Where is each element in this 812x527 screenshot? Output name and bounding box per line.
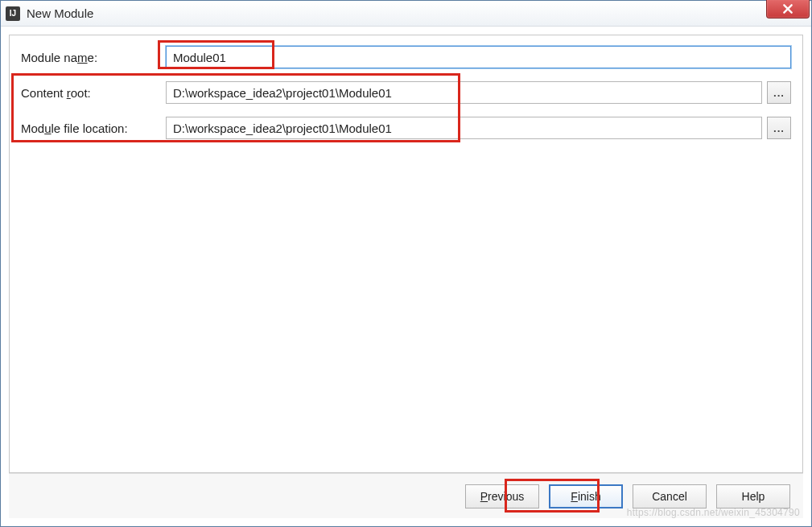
dialog-window: IJ New Module Module name: Content root:… [0, 0, 812, 527]
watermark-text: https://blog.csdn.net/weixin_45304790 [627, 507, 800, 518]
module-file-location-input[interactable] [166, 117, 762, 139]
label-content-root: Content root: [21, 86, 166, 100]
form-panel: Module name: Content root: ... Module fi… [9, 35, 803, 473]
window-title: New Module [27, 6, 93, 20]
previous-button[interactable]: Previous [465, 484, 539, 508]
content-wrap: Module name: Content root: ... Module fi… [1, 27, 811, 526]
module-file-location-browse-button[interactable]: ... [767, 117, 791, 139]
label-module-file-location: Module file location: [21, 121, 166, 135]
titlebar: IJ New Module [1, 1, 811, 27]
module-name-input[interactable] [166, 46, 791, 68]
row-module-name: Module name: [21, 45, 791, 69]
row-module-file-location: Module file location: ... [21, 116, 791, 140]
app-icon: IJ [6, 6, 20, 21]
cancel-button[interactable]: Cancel [633, 484, 707, 508]
content-root-browse-button[interactable]: ... [767, 81, 791, 104]
row-content-root: Content root: ... [21, 80, 791, 105]
finish-button[interactable]: Finish [549, 484, 623, 508]
button-bar: Previous Finish Cancel Help https://blog… [9, 473, 803, 518]
close-button[interactable] [766, 0, 810, 19]
label-module-name: Module name: [21, 51, 166, 64]
content-root-input[interactable] [166, 81, 762, 104]
help-button[interactable]: Help [716, 484, 790, 508]
close-icon [782, 3, 793, 14]
